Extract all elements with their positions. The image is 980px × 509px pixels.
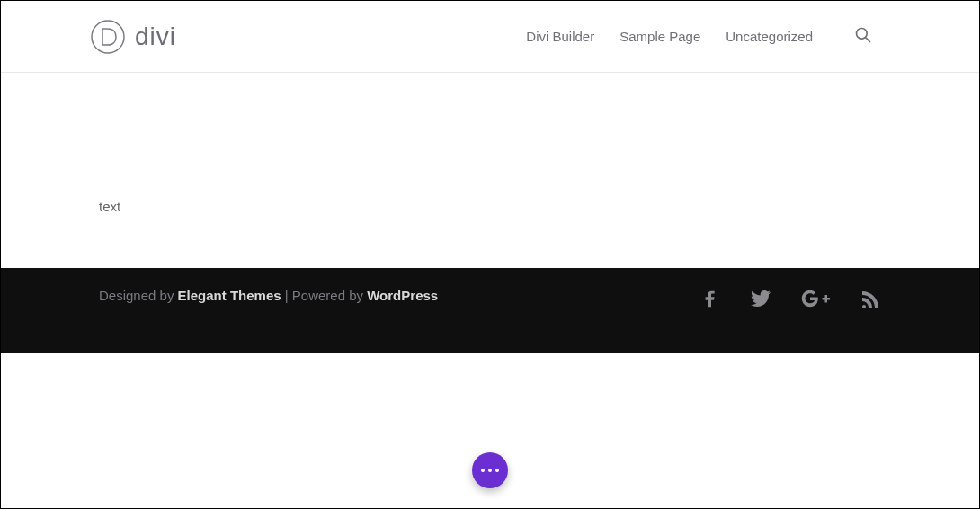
footer-brand-link[interactable]: Elegant Themes <box>178 288 281 303</box>
footer-social <box>701 288 881 309</box>
facebook-icon[interactable] <box>701 288 721 309</box>
svg-point-0 <box>92 21 124 53</box>
nav-item-uncategorized[interactable]: Uncategorized <box>726 29 813 44</box>
site-footer: Designed by Elegant Themes | Powered by … <box>1 268 979 353</box>
nav-item-sample-page[interactable]: Sample Page <box>619 29 700 44</box>
twitter-icon[interactable] <box>748 288 773 309</box>
search-icon[interactable] <box>854 26 872 48</box>
footer-credits: Designed by Elegant Themes | Powered by … <box>99 288 438 303</box>
footer-prefix: Designed by <box>99 288 178 303</box>
ellipsis-icon <box>481 469 499 472</box>
footer-separator: | <box>281 288 292 303</box>
footer-powered-link[interactable]: WordPress <box>367 288 438 303</box>
site-logo[interactable]: divi <box>90 19 176 55</box>
primary-nav: Divi Builder Sample Page Uncategorized <box>526 26 872 48</box>
floating-action-button[interactable] <box>472 452 508 488</box>
google-plus-icon[interactable] <box>800 288 831 309</box>
body-text: text <box>99 199 881 214</box>
site-header: divi Divi Builder Sample Page Uncategori… <box>1 1 979 73</box>
page-content: text <box>1 73 979 268</box>
svg-line-2 <box>866 37 870 41</box>
rss-icon[interactable] <box>858 288 881 309</box>
nav-item-divi-builder[interactable]: Divi Builder <box>526 29 594 44</box>
footer-powered-prefix: Powered by <box>292 288 367 303</box>
logo-text: divi <box>135 22 176 51</box>
divi-logo-icon <box>90 19 126 55</box>
